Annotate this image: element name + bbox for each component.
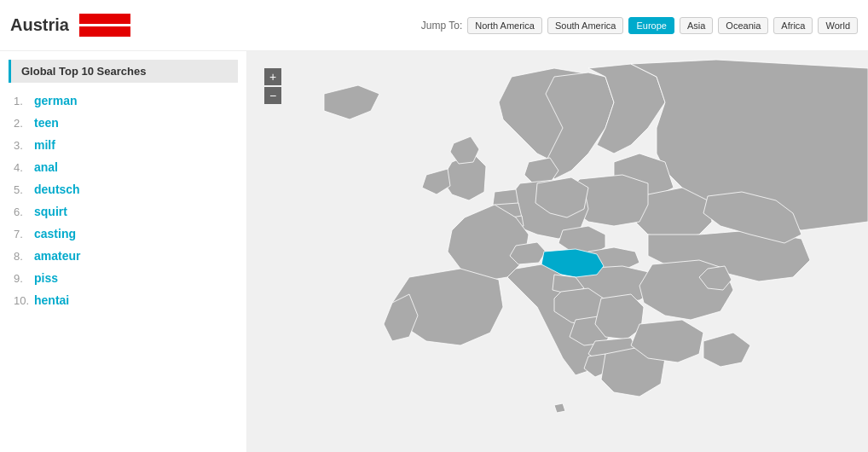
rank-label: 4. (14, 161, 34, 174)
section-title: Global Top 10 Searches (9, 60, 238, 83)
main-content: Global Top 10 Searches 1.german2.teen3.m… (0, 51, 868, 452)
rank-label: 6. (14, 206, 34, 218)
nav-africa[interactable]: Africa (773, 17, 813, 34)
country-info: Austria (10, 14, 130, 37)
rank-label: 10. (14, 294, 34, 307)
zoom-out-button[interactable]: − (264, 87, 281, 104)
list-item: 6.squirt (9, 200, 238, 223)
search-term-link[interactable]: german (34, 94, 78, 107)
nav-oceania[interactable]: Oceania (718, 17, 768, 34)
search-term-link[interactable]: milf (34, 138, 55, 152)
jump-to-label: Jump To: (421, 20, 462, 32)
search-term-link[interactable]: teen (34, 116, 59, 130)
list-item: 5.deutsch (9, 178, 238, 200)
search-term-link[interactable]: hentai (34, 293, 69, 307)
sidebar: Global Top 10 Searches 1.german2.teen3.m… (0, 51, 247, 452)
map-area: + − (247, 51, 868, 452)
nav-south-america[interactable]: South America (547, 17, 624, 34)
list-item: 8.amateur (9, 245, 238, 267)
nav-north-america[interactable]: North America (467, 17, 542, 34)
header: Austria Jump To: North America South Ame… (0, 0, 868, 51)
rank-label: 3. (14, 139, 34, 152)
search-term-link[interactable]: amateur (34, 249, 80, 263)
list-item: 10.hentai (9, 289, 238, 311)
list-item: 2.teen (9, 112, 238, 134)
nav-europe[interactable]: Europe (628, 17, 674, 34)
list-item: 9.piss (9, 267, 238, 289)
list-item: 1.german (9, 90, 238, 112)
rank-label: 2. (14, 117, 34, 130)
rank-label: 5. (14, 183, 34, 196)
list-item: 3.milf (9, 134, 238, 156)
search-term-link[interactable]: deutsch (34, 183, 80, 196)
flag (79, 14, 130, 37)
rank-label: 1. (14, 95, 34, 107)
list-item: 4.anal (9, 156, 238, 178)
country-name: Austria (10, 15, 69, 35)
nav-asia[interactable]: Asia (680, 17, 713, 34)
search-term-link[interactable]: casting (34, 227, 76, 240)
rank-label: 8. (14, 250, 34, 263)
search-list: 1.german2.teen3.milf4.anal5.deutsch6.squ… (0, 90, 246, 311)
zoom-in-button[interactable]: + (264, 68, 281, 85)
jump-to-nav: Jump To: North America South America Eur… (421, 17, 858, 34)
list-item: 7.casting (9, 223, 238, 245)
flag-stripe-red2 (79, 26, 130, 37)
rank-label: 9. (14, 272, 34, 285)
europe-map (247, 51, 868, 452)
search-term-link[interactable]: squirt (34, 205, 67, 218)
rank-label: 7. (14, 228, 34, 240)
search-term-link[interactable]: anal (34, 160, 58, 174)
search-term-link[interactable]: piss (34, 271, 58, 285)
flag-stripe-red (79, 14, 130, 24)
nav-world[interactable]: World (818, 17, 858, 34)
map-controls: + − (264, 68, 281, 104)
